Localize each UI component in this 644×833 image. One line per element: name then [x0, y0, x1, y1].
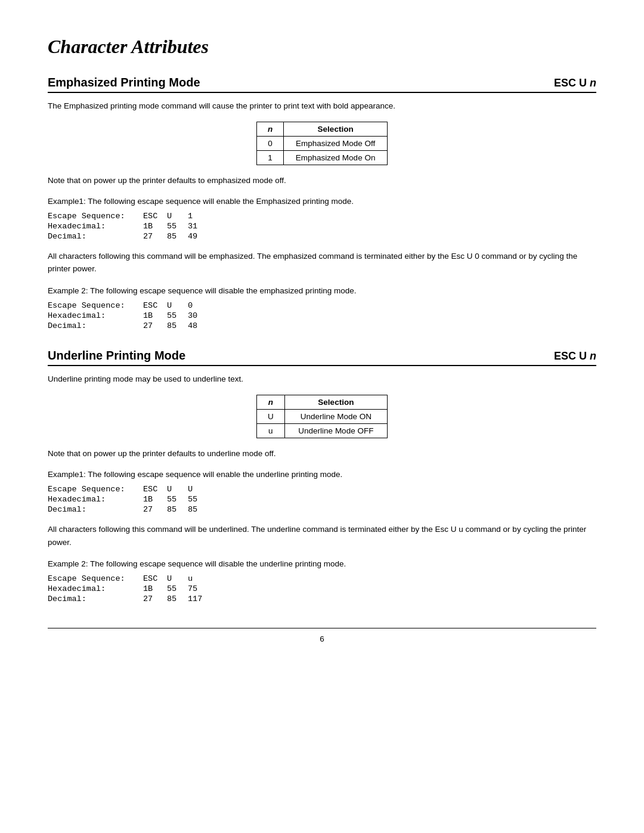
- table-cell-selection: Emphasized Mode On: [284, 151, 388, 165]
- underline-col-selection-header: Selection: [284, 395, 387, 410]
- code-row: Escape Sequence:ESCU1: [48, 211, 209, 221]
- code-v2: 55: [167, 494, 188, 504]
- code-v1: ESC: [143, 211, 167, 221]
- emphasized-all-chars-note1: All characters following this command wi…: [48, 250, 596, 275]
- code-v2: 85: [167, 504, 188, 515]
- code-label: Decimal:: [48, 504, 143, 515]
- code-v2: 55: [167, 221, 188, 231]
- code-v2: U: [167, 301, 188, 311]
- underline-description: Underline printing mode may be used to u…: [48, 373, 596, 385]
- code-v2: 55: [167, 311, 188, 321]
- code-row: Hexadecimal:1B5555: [48, 494, 209, 504]
- code-row: Escape Sequence:ESCU0: [48, 301, 209, 311]
- code-v3: 48: [188, 321, 209, 331]
- code-v3: 75: [188, 584, 209, 594]
- table-row: 0Emphasized Mode Off: [257, 137, 388, 151]
- code-v1: 27: [143, 231, 167, 241]
- code-row: Decimal:2785117: [48, 594, 209, 604]
- underline-example2-codes: Escape Sequence:ESCUuHexadecimal:1B5575D…: [48, 574, 209, 604]
- table-cell-selection: Underline Mode OFF: [284, 424, 387, 438]
- code-label: Escape Sequence:: [48, 484, 143, 494]
- code-v3: 31: [188, 221, 209, 231]
- code-v1: ESC: [143, 574, 167, 584]
- table-row: 1Emphasized Mode On: [257, 151, 388, 165]
- table-header-row: n Selection: [257, 122, 388, 137]
- emphasized-note: Note that on power up the printer defaul…: [48, 175, 596, 187]
- code-v3: 117: [188, 594, 209, 604]
- code-row: Hexadecimal:1B5531: [48, 221, 209, 231]
- underline-example2-label: Example 2: The following escape sequence…: [48, 558, 596, 570]
- underline-note: Note that on power up the printer defaul…: [48, 448, 596, 460]
- table-row: uUnderline Mode OFF: [257, 424, 388, 438]
- page-footer: 6: [48, 628, 596, 643]
- underline-table: n Selection UUnderline Mode ONuUnderline…: [256, 395, 388, 438]
- code-v1: 1B: [143, 221, 167, 231]
- code-row: Escape Sequence:ESCUU: [48, 484, 209, 494]
- code-label: Hexadecimal:: [48, 494, 143, 504]
- emphasized-example1-codes: Escape Sequence:ESCU1Hexadecimal:1B5531D…: [48, 211, 209, 241]
- code-v3: 49: [188, 231, 209, 241]
- code-v3: 85: [188, 504, 209, 515]
- underline-all-chars-note1: All characters following this command wi…: [48, 523, 596, 549]
- code-v1: 27: [143, 504, 167, 515]
- page-number: 6: [320, 634, 324, 643]
- code-v2: U: [167, 484, 188, 494]
- code-label: Decimal:: [48, 321, 143, 331]
- table-cell-n: 0: [257, 137, 284, 151]
- code-label: Decimal:: [48, 231, 143, 241]
- code-label: Hexadecimal:: [48, 584, 143, 594]
- code-v1: ESC: [143, 301, 167, 311]
- code-label: Decimal:: [48, 594, 143, 604]
- code-v2: 85: [167, 321, 188, 331]
- underline-table-header-row: n Selection: [257, 395, 388, 410]
- code-v1: 1B: [143, 311, 167, 321]
- code-row: Escape Sequence:ESCUu: [48, 574, 209, 584]
- code-v1: ESC: [143, 484, 167, 494]
- code-v3: u: [188, 574, 209, 584]
- code-v2: 55: [167, 584, 188, 594]
- emphasized-table: n Selection 0Emphasized Mode Off1Emphasi…: [256, 122, 388, 165]
- table-cell-selection: Underline Mode ON: [284, 410, 387, 424]
- code-v3: 0: [188, 301, 209, 311]
- underline-section: Underline Printing Mode ESC U n Underlin…: [48, 349, 596, 604]
- emphasized-section-header: Emphasized Printing Mode ESC U n: [48, 76, 596, 93]
- emphasized-example2-label: Example 2: The following escape sequence…: [48, 285, 596, 297]
- underline-section-command: ESC U n: [554, 350, 596, 363]
- col-n-header: n: [257, 122, 284, 137]
- table-cell-n: U: [257, 410, 285, 424]
- code-row: Decimal:278549: [48, 231, 209, 241]
- underline-col-n-header: n: [257, 395, 285, 410]
- underline-example1-label: Example1: The following escape sequence …: [48, 469, 596, 481]
- code-v2: U: [167, 574, 188, 584]
- emphasized-description: The Emphasized printing mode command wil…: [48, 100, 596, 112]
- code-v1: 1B: [143, 494, 167, 504]
- page-title: Character Attributes: [48, 36, 596, 58]
- table-cell-n: u: [257, 424, 285, 438]
- underline-table-container: n Selection UUnderline Mode ONuUnderline…: [48, 395, 596, 438]
- underline-section-title: Underline Printing Mode: [48, 349, 185, 363]
- code-v1: 1B: [143, 584, 167, 594]
- code-v1: 27: [143, 594, 167, 604]
- code-row: Hexadecimal:1B5575: [48, 584, 209, 594]
- code-v2: 85: [167, 594, 188, 604]
- code-v3: U: [188, 484, 209, 494]
- code-v3: 55: [188, 494, 209, 504]
- code-v2: 85: [167, 231, 188, 241]
- emphasized-section-title: Emphasized Printing Mode: [48, 76, 200, 89]
- code-label: Escape Sequence:: [48, 301, 143, 311]
- table-cell-n: 1: [257, 151, 284, 165]
- code-row: Decimal:278548: [48, 321, 209, 331]
- table-cell-selection: Emphasized Mode Off: [284, 137, 388, 151]
- code-v3: 30: [188, 311, 209, 321]
- code-v3: 1: [188, 211, 209, 221]
- emphasized-table-container: n Selection 0Emphasized Mode Off1Emphasi…: [48, 122, 596, 165]
- emphasized-section: Emphasized Printing Mode ESC U n The Emp…: [48, 76, 596, 331]
- code-label: Escape Sequence:: [48, 211, 143, 221]
- emphasized-section-command: ESC U n: [554, 77, 596, 89]
- emphasized-example2-codes: Escape Sequence:ESCU0Hexadecimal:1B5530D…: [48, 301, 209, 331]
- table-row: UUnderline Mode ON: [257, 410, 388, 424]
- col-selection-header: Selection: [284, 122, 388, 137]
- emphasized-example1-label: Example1: The following escape sequence …: [48, 196, 596, 208]
- code-label: Hexadecimal:: [48, 221, 143, 231]
- code-v1: 27: [143, 321, 167, 331]
